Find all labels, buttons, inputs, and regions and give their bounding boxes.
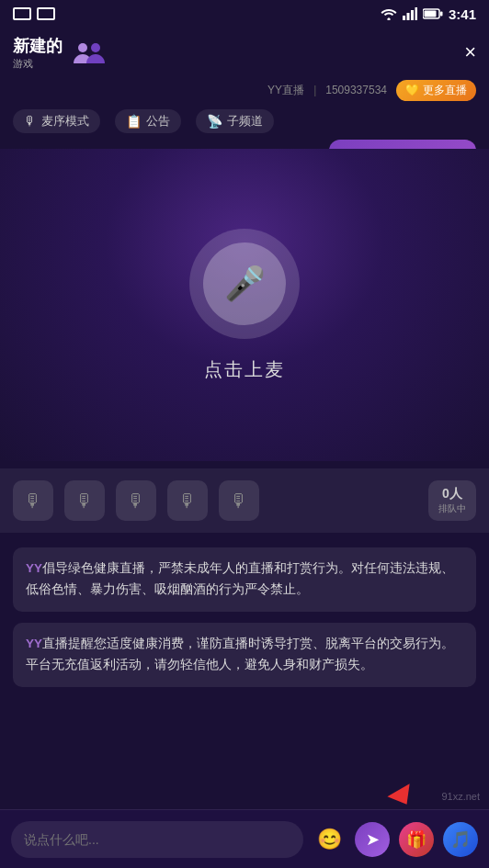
bottom-bar: 😊 ➤ 🎁 🎵 bbox=[0, 809, 489, 868]
mic-mode-button[interactable]: 🎙 麦序模式 bbox=[13, 109, 100, 133]
yy-divider: | bbox=[313, 84, 316, 96]
announcement-label: 公告 bbox=[146, 113, 170, 130]
svg-rect-2 bbox=[411, 10, 414, 20]
mic-click-label: 点击上麦 bbox=[204, 357, 285, 382]
status-bar: 3:41 bbox=[0, 0, 489, 28]
more-live-button[interactable]: 💛 更多直播 bbox=[396, 80, 476, 101]
channel-button[interactable]: 📡 子频道 bbox=[196, 109, 274, 133]
mic-mode-label: 麦序模式 bbox=[41, 113, 89, 130]
room-type: 游戏 bbox=[13, 57, 63, 71]
queue-count: 0人 bbox=[442, 486, 462, 502]
svg-rect-3 bbox=[415, 7, 417, 20]
announcement-icon: 📋 bbox=[126, 114, 142, 129]
send-button[interactable]: ➤ bbox=[355, 822, 390, 857]
chat-message-2: YY直播提醒您适度健康消费，谨防直播时诱导打赏、脱离平台的交易行为。平台无充值返… bbox=[13, 623, 476, 687]
queue-slot-4[interactable]: 🎙 bbox=[167, 480, 208, 521]
mic-large-icon: 🎤 bbox=[224, 265, 266, 303]
svg-rect-1 bbox=[406, 13, 409, 20]
svg-rect-0 bbox=[403, 16, 405, 20]
announcement-button[interactable]: 📋 公告 bbox=[115, 109, 181, 133]
svg-point-7 bbox=[78, 43, 87, 52]
chat-area: YY倡导绿色健康直播，严禁未成年人的直播和打赏行为。对任何违法违规、低俗色情、暴… bbox=[0, 533, 489, 698]
battery-icon bbox=[423, 8, 443, 19]
chat-prefix-1: YY bbox=[26, 561, 42, 575]
queue-slot-3[interactable]: 🎙 bbox=[116, 480, 156, 521]
header: 新建的 游戏 × bbox=[0, 28, 489, 77]
status-icons-left bbox=[13, 7, 55, 20]
queue-count-label: 排队中 bbox=[438, 502, 466, 515]
chat-input[interactable] bbox=[11, 821, 303, 858]
send-icon: ➤ bbox=[366, 829, 380, 850]
room-name: 新建的 bbox=[13, 35, 63, 57]
channel-icon: 📡 bbox=[207, 114, 222, 129]
emoji-button[interactable]: 😊 bbox=[313, 823, 346, 856]
signal-icon bbox=[403, 7, 417, 20]
svg-rect-5 bbox=[424, 11, 436, 17]
status-icon-2 bbox=[37, 7, 55, 20]
queue-slot-5[interactable]: 🎙 bbox=[219, 480, 259, 521]
mic-button[interactable]: 🎤 bbox=[189, 229, 300, 339]
queue-slot-1[interactable]: 🎙 bbox=[13, 480, 53, 521]
chat-prefix-2: YY bbox=[26, 637, 42, 650]
queue-count-box: 0人 排队中 bbox=[428, 480, 476, 521]
header-left: 新建的 游戏 bbox=[13, 35, 107, 71]
yy-user-id: 1509337534 bbox=[325, 84, 387, 96]
svg-point-8 bbox=[91, 43, 100, 52]
music-button[interactable]: 🎵 bbox=[443, 822, 478, 857]
queue-row: 🎙 🎙 🎙 🎙 🎙 0人 排队中 bbox=[0, 468, 489, 533]
gift-button[interactable]: 🎁 bbox=[399, 822, 434, 857]
users-icon bbox=[72, 39, 107, 65]
arrow-indicator bbox=[387, 783, 417, 811]
wifi-icon bbox=[381, 7, 397, 20]
svg-rect-6 bbox=[440, 12, 443, 17]
mic-mode-icon: 🎙 bbox=[24, 114, 37, 129]
music-icon: 🎵 bbox=[450, 829, 471, 850]
yy-bar: YY直播 | 1509337534 💛 更多直播 bbox=[0, 77, 489, 103]
room-info: 新建的 游戏 bbox=[13, 35, 63, 71]
yy-brand: YY直播 bbox=[267, 83, 304, 98]
status-time: 3:41 bbox=[449, 6, 476, 22]
channel-label: 子频道 bbox=[227, 113, 263, 130]
chat-text-2: 直播提醒您适度健康消费，谨防直播时诱导打赏、脱离平台的交易行为。平台无充值返利活… bbox=[26, 637, 454, 671]
status-icons-right: 3:41 bbox=[381, 6, 476, 22]
more-live-label: 更多直播 bbox=[423, 83, 467, 98]
chat-text-1: 倡导绿色健康直播，严禁未成年人的直播和打赏行为。对任何违法违规、低俗色情、暴力伤… bbox=[26, 561, 454, 596]
chat-message-1: YY倡导绿色健康直播，严禁未成年人的直播和打赏行为。对任何违法违规、低俗色情、暴… bbox=[13, 547, 476, 612]
sub-nav: 🎙 麦序模式 📋 公告 📡 子频道 bbox=[0, 103, 489, 140]
diamond-icon: 💛 bbox=[405, 84, 419, 96]
watermark: 91xz.net bbox=[441, 791, 480, 802]
gift-icon: 🎁 bbox=[406, 829, 426, 850]
status-icon-1 bbox=[13, 7, 31, 20]
mic-button-inner: 🎤 bbox=[203, 242, 286, 325]
queue-slot-2[interactable]: 🎙 bbox=[64, 480, 105, 521]
main-mic-area: 🎤 点击上麦 bbox=[0, 149, 489, 461]
close-button[interactable]: × bbox=[464, 40, 476, 64]
